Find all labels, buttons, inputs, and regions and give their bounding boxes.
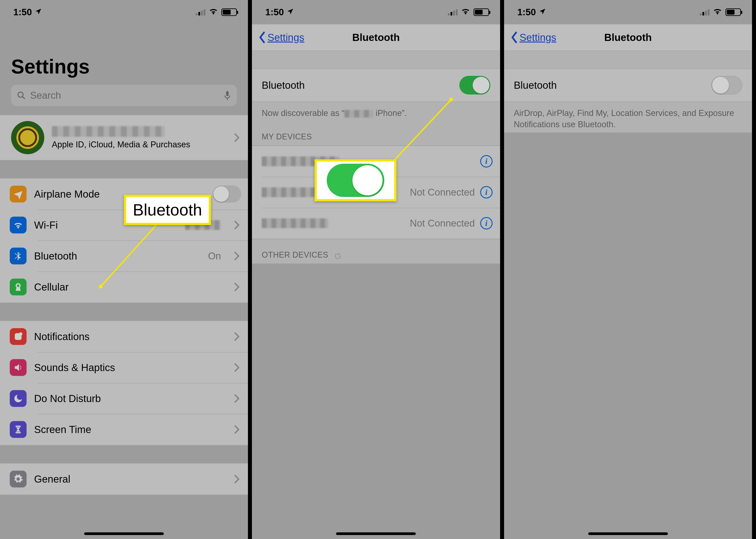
wifi-settings-icon [10, 217, 27, 233]
pane-bluetooth-on: 1:50 Settings Bluetooth Bluetooth Now di… [252, 0, 504, 539]
callout-bluetooth-switch [314, 159, 396, 201]
back-button[interactable]: Settings [511, 32, 556, 43]
home-indicator[interactable] [336, 532, 416, 535]
callout-text: Bluetooth [133, 200, 202, 219]
avatar [11, 121, 44, 154]
row-bluetooth[interactable]: Bluetooth On [0, 241, 248, 271]
bluetooth-off-note: AirDrop, AirPlay, Find My, Location Serv… [504, 102, 752, 132]
svg-rect-14 [339, 253, 340, 255]
cellular-signal-icon [196, 9, 206, 16]
nav-bar: Settings Bluetooth [252, 24, 500, 51]
chevron-right-icon [232, 475, 241, 484]
row-label: Bluetooth [34, 250, 201, 262]
wifi-icon [209, 6, 218, 18]
status-bar: 1:50 [504, 0, 752, 24]
pane-settings-root: 1:50 Settings Search Apple ID, [0, 0, 252, 539]
chevron-right-icon [232, 363, 241, 372]
location-icon [539, 7, 546, 18]
mic-icon [223, 91, 231, 100]
profile-subtitle: Apple ID, iCloud, Media & Purchases [52, 140, 225, 149]
location-icon [35, 7, 42, 18]
bluetooth-switch[interactable] [460, 76, 490, 95]
content: Bluetooth Now discoverable as “ iPhone”.… [252, 51, 500, 264]
row-cellular[interactable]: Cellular [0, 271, 248, 302]
location-icon [287, 7, 294, 18]
bluetooth-toggle-row: Bluetooth [252, 69, 500, 102]
cellular-signal-icon [700, 9, 710, 16]
chevron-right-icon [232, 332, 241, 341]
chevron-right-icon [232, 282, 241, 291]
bluetooth-icon [10, 248, 27, 265]
wifi-icon [461, 6, 470, 18]
search-icon [17, 91, 26, 100]
status-bar: 1:50 [252, 0, 500, 24]
svg-rect-12 [335, 254, 336, 255]
cellular-signal-icon [448, 9, 458, 16]
svg-rect-11 [340, 256, 341, 257]
svg-rect-13 [339, 257, 341, 259]
svg-line-1 [22, 97, 25, 99]
pane-bluetooth-off: 1:50 Settings Bluetooth Bluetooth AirDro… [504, 0, 756, 539]
row-notifications[interactable]: Notifications [0, 321, 248, 352]
battery-icon [725, 8, 741, 16]
cellular-icon [10, 278, 27, 295]
settings-title: Settings [0, 24, 248, 85]
sounds-icon [10, 359, 27, 376]
device-status: Not Connected [410, 187, 475, 198]
spinner-icon [334, 252, 341, 259]
chevron-right-icon [232, 252, 241, 261]
row-label: Notifications [34, 331, 225, 343]
status-time: 1:50 [265, 7, 284, 18]
battery-icon [473, 8, 489, 16]
info-icon[interactable]: i [480, 217, 493, 229]
info-icon[interactable]: i [480, 155, 493, 168]
svg-rect-9 [338, 258, 338, 259]
content: Bluetooth AirDrop, AirPlay, Find My, Loc… [504, 51, 752, 132]
row-label: Cellular [34, 281, 225, 293]
nav-bar: Settings Bluetooth [504, 24, 752, 51]
discoverable-note: Now discoverable as “ iPhone”. [252, 102, 500, 121]
row-label: Do Not Disturb [34, 393, 225, 405]
info-icon[interactable]: i [480, 186, 493, 198]
chevron-right-icon [232, 133, 241, 142]
row-label: Screen Time [34, 424, 225, 435]
home-indicator[interactable] [84, 532, 164, 535]
row-general[interactable]: General [0, 464, 248, 495]
device-row[interactable]: Not Connected i [252, 208, 500, 239]
row-dnd[interactable]: Do Not Disturb [0, 383, 248, 414]
row-screentime[interactable]: Screen Time [0, 414, 248, 445]
settings-group-alerts: Notifications Sounds & Haptics Do Not Di… [0, 321, 248, 445]
svg-point-5 [19, 332, 22, 336]
chevron-left-icon [511, 32, 518, 43]
home-indicator[interactable] [588, 532, 668, 535]
svg-rect-2 [226, 91, 229, 96]
screentime-icon [10, 421, 27, 438]
chevron-right-icon [232, 394, 241, 403]
switch-on-graphic [327, 164, 384, 197]
airplane-switch[interactable] [212, 186, 241, 203]
bluetooth-value: On [208, 251, 221, 262]
back-label: Settings [520, 32, 556, 43]
device-name-redacted [262, 218, 328, 228]
bluetooth-toggle-label: Bluetooth [262, 79, 459, 91]
bluetooth-toggle-label: Bluetooth [514, 79, 711, 91]
apple-id-row[interactable]: Apple ID, iCloud, Media & Purchases [0, 115, 248, 160]
device-name-redacted [344, 110, 373, 117]
profile-name-redacted [52, 126, 164, 137]
svg-rect-8 [338, 253, 338, 255]
svg-rect-15 [336, 258, 337, 259]
battery-icon [221, 8, 237, 16]
gear-icon [10, 471, 27, 488]
row-sounds[interactable]: Sounds & Haptics [0, 352, 248, 383]
status-bar: 1:50 [0, 0, 248, 24]
back-button[interactable]: Settings [259, 32, 304, 43]
settings-group-general: General [0, 463, 248, 495]
bluetooth-switch[interactable] [711, 76, 742, 95]
chevron-right-icon [232, 221, 241, 229]
back-label: Settings [267, 32, 304, 43]
chevron-right-icon [232, 425, 241, 434]
notifications-icon [10, 328, 27, 345]
search-input[interactable]: Search [11, 85, 237, 106]
row-label: General [34, 473, 225, 485]
other-devices-header: OTHER DEVICES [252, 239, 500, 264]
